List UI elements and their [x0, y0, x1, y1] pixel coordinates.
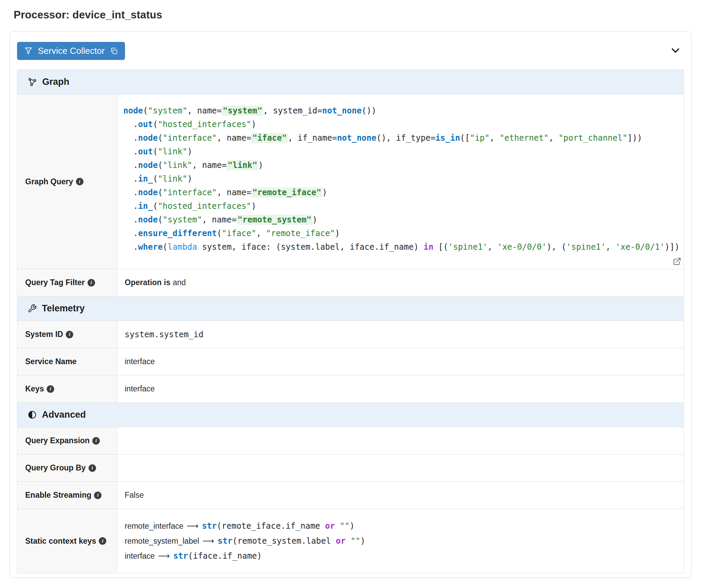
service-name-value: interface: [117, 348, 684, 375]
section-telemetry-title: Telemetry: [42, 303, 85, 314]
static-context-keys-label: Static context keys: [25, 537, 96, 546]
section-telemetry-header: Telemetry: [17, 296, 684, 321]
service-collector-label: Service Collector: [38, 46, 105, 56]
row-keys: Keys interface: [17, 375, 684, 402]
collapse-button[interactable]: [667, 43, 684, 59]
page-title: Processor: device_int_status: [14, 9, 691, 21]
row-system-id: System ID system.system_id: [17, 321, 684, 348]
chevron-down-icon: [670, 45, 681, 57]
row-static-context-keys: Static context keys remote_interface⟶str…: [17, 509, 684, 573]
enable-streaming-value: False: [117, 482, 684, 509]
service-collector-button[interactable]: Service Collector: [17, 42, 125, 60]
funnel-icon: [24, 46, 33, 56]
section-advanced-header: Advanced: [17, 402, 684, 427]
enable-streaming-label-cell: Enable Streaming: [17, 482, 117, 509]
query-expansion-label: Query Expansion: [25, 436, 90, 445]
keys-label: Keys: [25, 384, 44, 393]
query-group-by-info-icon[interactable]: [89, 464, 96, 472]
graph-query-label: Graph Query: [25, 177, 73, 186]
system-id-info-icon[interactable]: [66, 331, 73, 338]
query-expansion-label-cell: Query Expansion: [17, 427, 117, 454]
static-context-keys-info-icon[interactable]: [99, 537, 106, 545]
card-header: Service Collector: [17, 42, 684, 60]
query-tag-filter-operand: and: [173, 278, 186, 287]
processor-table: Graph Graph Query node("system", name="s…: [17, 69, 684, 573]
query-tag-filter-info-icon[interactable]: [88, 279, 95, 287]
query-tag-filter-label-cell: Query Tag Filter: [17, 269, 117, 296]
graph-query-code: node("system", name="system", system_id=…: [117, 94, 687, 269]
system-id-value: system.system_id: [117, 321, 684, 348]
graph-query-info-icon[interactable]: [76, 178, 83, 185]
keys-value: interface: [117, 375, 684, 402]
copy-icon[interactable]: [110, 47, 118, 55]
system-id-label: System ID: [25, 330, 63, 339]
section-advanced-title: Advanced: [42, 409, 86, 420]
half-circle-contrast-icon: [28, 410, 37, 419]
query-tag-filter-label: Query Tag Filter: [25, 278, 85, 287]
page: Processor: device_int_status Service Col…: [0, 0, 701, 586]
query-group-by-label-cell: Query Group By: [17, 454, 117, 481]
static-context-keys-value: remote_interface⟶str(remote_iface.if_nam…: [117, 509, 684, 573]
section-graph-header: Graph: [17, 70, 684, 94]
query-group-by-label: Query Group By: [25, 463, 86, 473]
keys-info-icon[interactable]: [47, 385, 54, 393]
static-context-keys-label-cell: Static context keys: [17, 509, 117, 573]
query-group-by-value: [117, 454, 684, 481]
section-graph-title: Graph: [42, 77, 69, 87]
wrench-icon: [28, 304, 37, 313]
query-expansion-info-icon[interactable]: [92, 437, 100, 445]
query-tag-filter-value: Operation is and: [117, 269, 684, 296]
query-expansion-value: [117, 427, 684, 454]
service-name-label: Service Name: [25, 357, 77, 366]
graph-query-label-cell: Graph Query: [17, 94, 117, 269]
row-enable-streaming: Enable Streaming False: [17, 481, 684, 509]
enable-streaming-label: Enable Streaming: [25, 491, 91, 500]
service-name-label-cell: Service Name: [17, 348, 117, 375]
row-service-name: Service Name interface: [17, 348, 684, 375]
row-graph-query: Graph Query node("system", name="system"…: [17, 94, 684, 269]
row-query-tag-filter: Query Tag Filter Operation is and: [17, 269, 684, 296]
keys-label-cell: Keys: [17, 375, 117, 402]
external-link-icon[interactable]: [672, 257, 682, 266]
row-query-group-by: Query Group By: [17, 454, 684, 481]
row-query-expansion: Query Expansion: [17, 427, 684, 454]
graph-network-icon: [28, 77, 37, 87]
processor-card: Service Collector Graph: [10, 31, 691, 578]
query-tag-filter-operation: Operation is: [125, 278, 170, 287]
enable-streaming-info-icon[interactable]: [94, 492, 102, 499]
system-id-label-cell: System ID: [17, 321, 117, 348]
